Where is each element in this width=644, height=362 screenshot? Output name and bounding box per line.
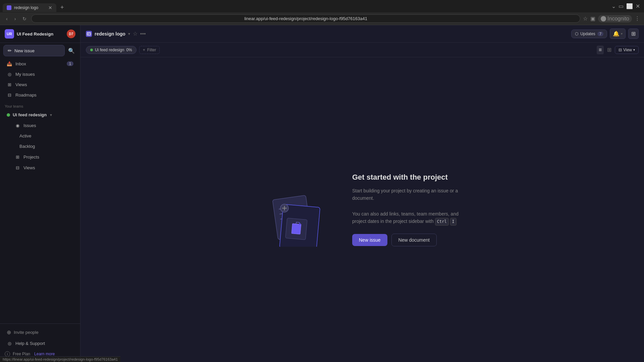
tab-favicon-icon xyxy=(7,5,11,10)
sidebar-item-my-issues[interactable]: ◎ My issues xyxy=(2,69,78,79)
fullscreen-icon[interactable]: ⬜ xyxy=(626,3,633,9)
browser-address-bar: ‹ › ↻ ☆ ▣ Incognito ⋮ xyxy=(0,12,644,25)
back-button[interactable]: ‹ xyxy=(4,15,10,22)
new-issue-label: New issue xyxy=(14,48,35,53)
progress-percent: 0% xyxy=(126,48,132,52)
empty-state: Get started with the project Start build… xyxy=(80,57,644,362)
help-icon: ◎ xyxy=(7,341,12,346)
sidebar-item-help[interactable]: ◎ Help & Support xyxy=(2,338,78,348)
sidebar-panel-icon[interactable]: ▣ xyxy=(590,15,595,22)
team-views-label: Views xyxy=(23,165,35,170)
incognito-icon xyxy=(601,16,606,21)
workspace-info[interactable]: UR UI Feed Redesign xyxy=(5,29,53,39)
window-controls: ⌄ ▭ ⬜ ✕ xyxy=(611,3,641,12)
workspace-avatar: UR xyxy=(5,29,14,39)
team-dot-icon xyxy=(7,113,10,117)
layout-icon: ⊞ xyxy=(631,31,636,37)
backlog-label: Backlog xyxy=(19,144,35,149)
tab-title: redesign logo xyxy=(14,5,46,10)
keyboard-shortcut-i: I xyxy=(450,218,457,226)
sidebar-item-issues[interactable]: ◉ Issues xyxy=(2,120,78,130)
invite-plus-icon: ⊕ xyxy=(7,329,11,336)
keyboard-shortcut-ctrl: Ctrl xyxy=(435,218,449,226)
user-avatar[interactable]: D7 xyxy=(67,29,75,38)
new-tab-button[interactable]: + xyxy=(58,3,67,12)
toolbar-right: ≡ ⊞ ⊟ View ▾ xyxy=(597,45,639,54)
teams-section-label: Your teams xyxy=(0,102,80,110)
team-filter-dot-icon xyxy=(90,49,93,51)
views-icon: ⊞ xyxy=(7,82,12,87)
app-layout: UR UI Feed Redesign D7 ✏ New issue 🔍 📥 I… xyxy=(0,25,644,362)
sidebar-item-backlog[interactable]: Backlog xyxy=(2,141,78,151)
project-name: redesign logo xyxy=(95,31,125,37)
team-views-icon: ⊟ xyxy=(15,165,20,170)
project-chevron-icon[interactable]: ▾ xyxy=(128,32,130,36)
sidebar-item-roadmaps[interactable]: ⊟ Roadmaps xyxy=(2,90,78,100)
star-button[interactable]: ☆ xyxy=(133,31,138,37)
new-issue-button[interactable]: ✏ New issue xyxy=(3,45,65,56)
tab-close-icon[interactable]: ✕ xyxy=(48,5,52,10)
refresh-button[interactable]: ↻ xyxy=(20,15,29,22)
new-issue-primary-button[interactable]: New issue xyxy=(352,234,387,246)
filter-plus-icon: + xyxy=(143,48,145,52)
projects-label: Projects xyxy=(23,155,39,160)
forward-button[interactable]: › xyxy=(12,15,18,22)
minimize-icon[interactable]: ⌄ xyxy=(611,3,616,9)
empty-state-actions: New issue New document xyxy=(352,234,473,246)
issues-label: Issues xyxy=(23,123,36,128)
sidebar-item-team-views[interactable]: ⊟ Views xyxy=(2,163,78,173)
inbox-icon: 📥 xyxy=(7,61,12,66)
sidebar: UR UI Feed Redesign D7 ✏ New issue 🔍 📥 I… xyxy=(0,25,80,362)
projects-icon: ⊞ xyxy=(15,154,20,160)
invite-label: Invite people xyxy=(14,330,39,335)
inbox-badge: 1 xyxy=(67,61,73,66)
more-options-button[interactable]: ••• xyxy=(140,31,146,37)
notification-button[interactable]: 🔔 ▾ xyxy=(610,28,626,39)
updates-label: Updates xyxy=(580,32,595,36)
incognito-badge[interactable]: Incognito xyxy=(598,15,632,22)
maximize-icon[interactable]: ▭ xyxy=(619,3,624,9)
updates-count: 7 xyxy=(597,32,603,36)
browser-chrome: redesign logo ✕ + ⌄ ▭ ⬜ ✕ ‹ › ↻ ☆ ▣ Inco… xyxy=(0,0,644,25)
free-plan-icon: i xyxy=(5,351,10,357)
team-header[interactable]: Ui feed redesign ▾ xyxy=(2,110,78,120)
layout-toggle-button[interactable]: ⊞ xyxy=(628,28,639,39)
address-bar-input[interactable] xyxy=(31,14,580,23)
filter-button[interactable]: + Filter xyxy=(139,46,160,54)
sidebar-item-views[interactable]: ⊞ Views xyxy=(2,79,78,89)
learn-more-link[interactable]: Learn more xyxy=(34,352,55,356)
browser-menu-icon[interactable]: ⋮ xyxy=(635,15,640,22)
sidebar-item-projects[interactable]: ⊞ Projects xyxy=(2,152,78,162)
svg-rect-9 xyxy=(291,223,301,234)
sidebar-item-active[interactable]: Active xyxy=(2,131,78,141)
workspace-name: UI Feed Redesign xyxy=(17,32,53,37)
header-right: ⬡ Updates 7 🔔 ▾ ⊞ xyxy=(571,28,639,39)
close-window-icon[interactable]: ✕ xyxy=(636,3,640,9)
free-plan-label: Free Plan xyxy=(13,352,30,356)
grid-view-button[interactable]: ⊞ xyxy=(605,45,613,54)
sidebar-header: UR UI Feed Redesign D7 xyxy=(0,25,80,43)
empty-text-content: Get started with the project Start build… xyxy=(352,173,473,246)
team-filter-label: Ui feed redesign xyxy=(95,48,124,52)
browser-tab[interactable]: redesign logo ✕ xyxy=(3,3,56,12)
svg-rect-0 xyxy=(87,33,91,35)
team-filter-chip[interactable]: Ui feed redesign 0% xyxy=(86,46,137,54)
roadmaps-icon: ⊟ xyxy=(7,92,12,98)
updates-button[interactable]: ⬡ Updates 7 xyxy=(571,29,607,38)
bookmark-icon[interactable]: ☆ xyxy=(583,15,588,22)
roadmaps-label: Roadmaps xyxy=(15,93,37,98)
content-header: redesign logo ▾ ☆ ••• ⬡ Updates 7 🔔 ▾ ⊞ xyxy=(80,25,644,43)
empty-illustration xyxy=(252,173,325,247)
team-name: Ui feed redesign xyxy=(13,112,47,117)
my-issues-label: My issues xyxy=(15,72,35,77)
view-options-button[interactable]: ⊟ View ▾ xyxy=(615,46,639,54)
new-document-button[interactable]: New document xyxy=(391,234,437,246)
sidebar-item-inbox[interactable]: 📥 Inbox 1 xyxy=(2,59,78,69)
inbox-label: Inbox xyxy=(15,61,26,66)
search-button[interactable]: 🔍 xyxy=(66,46,77,56)
invite-people-button[interactable]: ⊕ Invite people xyxy=(2,327,78,338)
views-label: Views xyxy=(15,82,27,87)
incognito-label: Incognito xyxy=(607,16,629,22)
status-bar-url: https://linear.app/ui-feed-redesign/proj… xyxy=(0,356,120,362)
list-view-button[interactable]: ≡ xyxy=(597,46,604,54)
